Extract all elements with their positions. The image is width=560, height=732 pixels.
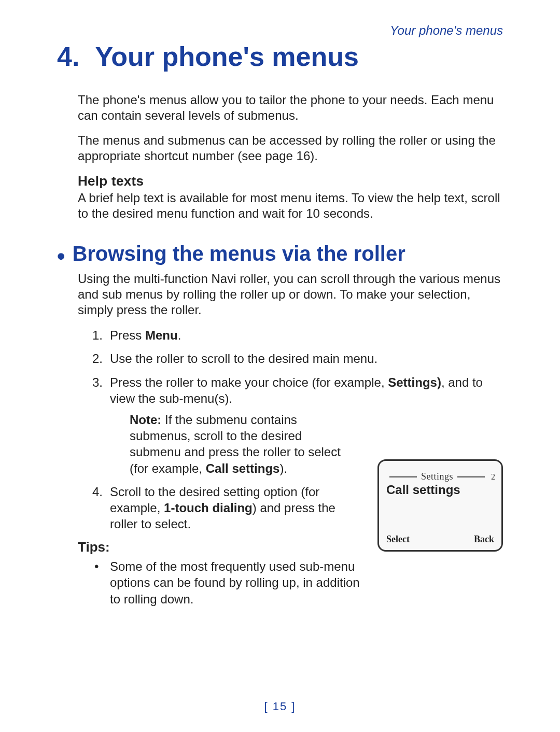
- step-number: 3.: [92, 374, 103, 390]
- step-2-text: Use the roller to scroll to the desired …: [110, 351, 377, 365]
- step-2: 2. Use the roller to scroll to the desir…: [92, 350, 503, 367]
- note-body-post: ).: [279, 461, 287, 475]
- step-number: 2.: [92, 350, 103, 367]
- step-number: 4.: [92, 484, 103, 500]
- step-number: 1.: [92, 327, 103, 343]
- step-1-bold: Menu: [145, 328, 178, 342]
- line-icon: [389, 476, 417, 477]
- section-browsing-text: Browsing the menus via the roller: [72, 242, 405, 265]
- note-label: Note:: [130, 413, 161, 427]
- help-texts-heading: Help texts: [78, 173, 503, 189]
- browsing-intro: Using the multi-function Navi roller, yo…: [78, 271, 503, 318]
- phone-screen: Settings 2 Call settings Select Back: [377, 459, 503, 552]
- intro-paragraph-2: The menus and submenus can be accessed b…: [78, 133, 503, 164]
- help-texts-body: A brief help text is available for most …: [78, 190, 503, 221]
- chapter-title: 4. Your phone's menus: [57, 42, 503, 72]
- step-4: 4. Scroll to the desired setting option …: [92, 484, 359, 532]
- section-browsing-title: Browsing the menus via the roller: [57, 242, 503, 265]
- step-1-post: .: [178, 328, 181, 342]
- browsing-body: Using the multi-function Navi roller, yo…: [78, 271, 503, 640]
- screen-menu-item: Call settings: [386, 483, 460, 497]
- step-1-pre: Press: [110, 328, 145, 342]
- step-3-bold: Settings): [388, 375, 441, 389]
- manual-page: Your phone's menus 4. Your phone's menus…: [0, 0, 560, 732]
- step-1: 1. Press Menu.: [92, 327, 503, 343]
- intro-paragraph-1: The phone's menus allow you to tailor th…: [78, 92, 503, 123]
- bullet-icon: [57, 242, 72, 265]
- chapter-number: 4.: [57, 42, 88, 72]
- chapter-title-text: Your phone's menus: [95, 41, 359, 72]
- phone-screen-figure: Settings 2 Call settings Select Back: [377, 459, 503, 552]
- screen-header-label: Settings: [421, 471, 453, 482]
- tip-item: Some of the most frequently used sub-men…: [92, 558, 503, 607]
- bracket-right-icon: ]: [287, 700, 296, 713]
- line-icon: [457, 476, 485, 477]
- step-3-pre: Press the roller to make your choice (fo…: [110, 375, 388, 389]
- running-head: Your phone's menus: [57, 23, 503, 38]
- softkey-left: Select: [386, 534, 410, 545]
- screen-index: 2: [491, 472, 495, 482]
- body-column: The phone's menus allow you to tailor th…: [78, 92, 503, 221]
- tips-list: Some of the most frequently used sub-men…: [92, 558, 503, 607]
- softkey-right: Back: [474, 534, 494, 545]
- bracket-left-icon: [: [264, 700, 273, 713]
- note-block: Note: If the submenu contains submenus, …: [130, 412, 353, 476]
- note-bold: Call settings: [206, 461, 280, 475]
- screen-header-line: Settings 2: [385, 471, 495, 482]
- page-number-value: 15: [273, 700, 287, 713]
- step-4-bold: 1-touch dialing: [164, 501, 253, 515]
- page-number: [ 15 ]: [0, 700, 560, 713]
